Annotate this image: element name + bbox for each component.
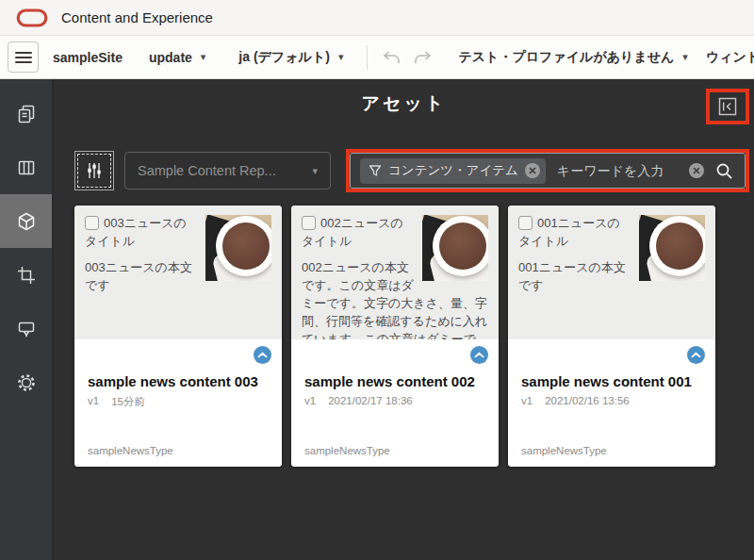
search-bar: コンテンツ・アイテム — [350, 153, 746, 189]
clear-keyword-button[interactable] — [689, 163, 704, 178]
card-content-type: sampleNewsType — [521, 445, 607, 456]
coffee-thumbnail-image — [639, 215, 705, 281]
collapse-card-button[interactable] — [470, 346, 488, 364]
undo-button[interactable] — [382, 50, 402, 65]
filter-settings-button[interactable] — [74, 151, 114, 190]
hamburger-icon — [15, 51, 32, 64]
chevron-down-icon: ▾ — [682, 52, 688, 62]
collapse-panel-button[interactable] — [718, 97, 737, 116]
coffee-thumbnail-image — [205, 215, 271, 281]
layout-columns-icon — [16, 157, 37, 178]
remove-filter-button[interactable] — [525, 163, 540, 178]
sidebar-item-pages[interactable] — [0, 87, 52, 140]
search-icon — [715, 162, 733, 180]
oracle-logo-icon — [16, 8, 48, 28]
chevron-up-icon — [474, 352, 484, 358]
filter-funnel-icon — [369, 164, 382, 177]
window-fit-label[interactable]: ウィンドウに — [706, 49, 754, 66]
sidebar-item-crop[interactable] — [0, 248, 52, 302]
language-menu[interactable]: ja (デフォルト) ▾ — [238, 49, 343, 66]
undo-icon — [382, 50, 402, 65]
annotation-box-search: コンテンツ・アイテム — [346, 149, 749, 192]
assets-panel: アセット Sample Content Rep... ▾ — [54, 79, 754, 560]
card-content-type: sampleNewsType — [88, 445, 173, 456]
asset-card[interactable]: 001ニュースのタイトル 001ニュースの本文です sample news co… — [508, 206, 715, 467]
settings-gear-icon — [16, 372, 37, 393]
site-pages-icon — [16, 104, 37, 124]
card-version: v1 — [304, 395, 316, 406]
asset-card[interactable]: 003ニュースのタイトル 003ニュースの本文です sample news co… — [74, 206, 282, 467]
sidebar-item-theme[interactable] — [0, 302, 52, 355]
chevron-down-icon: ▾ — [201, 52, 206, 62]
card-preview: 002ニュースのタイトル 002ニュースの本文です。この文章はダミーです。文字の… — [291, 206, 499, 339]
card-name: sample news content 002 — [304, 373, 485, 389]
editor-sidebar — [0, 79, 54, 560]
card-checkbox[interactable] — [518, 216, 533, 230]
theme-badge-icon — [16, 319, 37, 339]
coffee-thumbnail-image — [422, 215, 488, 281]
card-version: v1 — [88, 395, 99, 409]
card-news-title: 001ニュースのタイトル — [518, 216, 620, 248]
chevron-down-icon: ▾ — [338, 52, 344, 62]
card-footer: sample news content 002 v1 2021/02/17 18… — [291, 339, 499, 467]
card-version: v1 — [521, 395, 533, 406]
search-submit-button[interactable] — [713, 162, 735, 180]
card-name: sample news content 003 — [88, 373, 269, 389]
content-item-filter-chip[interactable]: コンテンツ・アイテム — [360, 158, 546, 184]
collapse-card-button[interactable] — [254, 346, 271, 364]
redo-button[interactable] — [413, 50, 433, 65]
chevron-up-icon — [257, 352, 268, 358]
test-profile-menu[interactable]: テスト・プロファイルがありません ▾ — [458, 49, 687, 66]
app-window: Content and Experience sampleSite update… — [0, 0, 754, 560]
sidebar-item-assets[interactable] — [0, 194, 52, 248]
assets-cube-icon — [16, 211, 37, 232]
card-modified: 15分前 — [111, 395, 145, 409]
site-name-label: sampleSite — [53, 50, 123, 65]
sliders-icon — [85, 161, 104, 180]
redo-icon — [413, 50, 433, 65]
keyword-search-input[interactable] — [555, 162, 680, 179]
card-modified: 2021/02/16 13:56 — [545, 395, 630, 406]
annotation-box-collapse — [706, 89, 749, 124]
panel-title: アセット — [54, 91, 754, 116]
sidebar-item-layouts[interactable] — [0, 140, 52, 194]
toolbar-divider — [367, 45, 368, 70]
collapse-card-button[interactable] — [687, 346, 705, 364]
card-checkbox[interactable] — [85, 216, 99, 230]
card-footer: sample news content 001 v1 2021/02/16 13… — [508, 339, 715, 467]
card-name: sample news content 001 — [521, 373, 702, 389]
crop-icon — [16, 265, 37, 286]
repository-dropdown[interactable]: Sample Content Rep... ▾ — [124, 152, 331, 189]
card-news-title: 003ニュースのタイトル — [85, 216, 187, 248]
clear-x-icon — [529, 167, 536, 174]
chevron-down-icon: ▾ — [312, 166, 318, 176]
card-checkbox[interactable] — [302, 216, 316, 230]
card-modified: 2021/02/17 18:36 — [328, 395, 413, 406]
card-preview: 003ニュースのタイトル 003ニュースの本文です — [74, 206, 282, 339]
update-menu[interactable]: update ▾ — [149, 50, 205, 65]
filter-chip-label: コンテンツ・アイテム — [388, 162, 518, 179]
card-preview: 001ニュースのタイトル 001ニュースの本文です — [508, 206, 715, 339]
card-content-type: sampleNewsType — [304, 445, 390, 456]
hamburger-menu-button[interactable] — [8, 41, 39, 73]
clear-x-icon — [693, 167, 700, 174]
asset-card-grid: 003ニュースのタイトル 003ニュースの本文です sample news co… — [74, 206, 715, 467]
card-news-title: 002ニュースのタイトル — [302, 216, 403, 248]
brand-bar: Content and Experience — [0, 0, 754, 36]
chevron-up-icon — [691, 352, 701, 358]
card-footer: sample news content 003 v1 15分前 sampleNe… — [74, 339, 282, 467]
app-title: Content and Experience — [61, 9, 213, 25]
sidebar-item-settings[interactable] — [0, 355, 52, 409]
repository-dropdown-value: Sample Content Rep... — [138, 163, 276, 178]
assets-controls-row: Sample Content Rep... ▾ コンテンツ・アイテム — [74, 149, 749, 192]
editor-toolbar: sampleSite update ▾ ja (デフォルト) ▾ テスト・プロフ… — [0, 36, 754, 79]
collapse-panel-icon — [718, 97, 737, 116]
asset-card[interactable]: 002ニュースのタイトル 002ニュースの本文です。この文章はダミーです。文字の… — [291, 206, 499, 467]
